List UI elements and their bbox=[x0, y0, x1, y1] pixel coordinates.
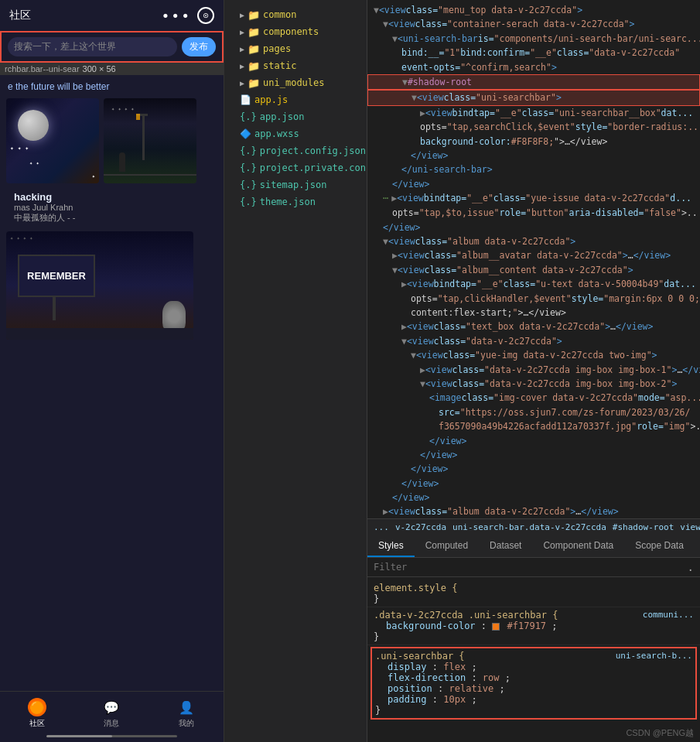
css-close-3: } bbox=[375, 705, 692, 716]
expand-arrow-18[interactable]: ▼ bbox=[392, 263, 398, 277]
expand-arrow-23[interactable]: ▼ bbox=[401, 334, 407, 348]
expand-arrow-7[interactable]: ▶ bbox=[420, 106, 425, 120]
article-title: hacking bbox=[14, 191, 210, 203]
css-value-position: relative bbox=[449, 683, 493, 694]
camera-icon[interactable] bbox=[197, 7, 214, 24]
html-line-28: src="https://oss.sjun7.com/zs-forum/2023… bbox=[367, 405, 700, 419]
html-line-19[interactable]: ▶ <view bindtap="__e" class="u-text data… bbox=[367, 277, 700, 291]
html-line-25[interactable]: ▶ <view class="data-v-2c27ccda img-box i… bbox=[367, 363, 700, 377]
night-scene-image: ✦ ✦ ✦ ✦ bbox=[104, 98, 196, 183]
css-selector-text-1: element.style { bbox=[374, 583, 457, 593]
html-line-26[interactable]: ▼ <view class="data-v-2c27ccda img-box i… bbox=[367, 377, 700, 391]
file-app-js[interactable]: 📄 app.js bbox=[224, 91, 367, 108]
html-line-15: </view> bbox=[367, 221, 700, 234]
breadcrumb-v2c27ccda[interactable]: v-2c27ccda bbox=[395, 522, 446, 532]
css-brace-3: } bbox=[375, 705, 381, 716]
wxss-icon: 🔷 bbox=[240, 128, 251, 139]
expand-arrow-19[interactable]: ▶ bbox=[401, 277, 407, 291]
filter-input[interactable] bbox=[374, 562, 688, 573]
file-app-wxss[interactable]: 🔷 app.wxss bbox=[224, 125, 367, 142]
astronaut-figure bbox=[162, 301, 186, 332]
file-label-theme: theme.json bbox=[260, 197, 316, 207]
expand-arrow-shadow[interactable]: ▼ bbox=[402, 75, 408, 89]
html-line-3[interactable]: ▼ <uni-search-bar is="components/uni-sea… bbox=[367, 32, 700, 46]
file-project-config[interactable]: {.} project.config.json bbox=[224, 142, 367, 159]
html-line-shadow-root[interactable]: ▼ #shadow-root bbox=[367, 74, 700, 90]
dots-expand-btn[interactable]: ⋯ bbox=[383, 191, 388, 206]
file-sitemap[interactable]: {.} sitemap.json bbox=[224, 176, 367, 193]
tab-computed[interactable]: Computed bbox=[415, 535, 479, 557]
expand-arrow-16[interactable]: ▼ bbox=[383, 234, 388, 248]
breadcrumb-shadowroot[interactable]: #shadow-root bbox=[613, 522, 674, 532]
file-app-json[interactable]: {.} app.json bbox=[224, 108, 367, 125]
html-line-24[interactable]: ▼ <view class="yue-img data-v-2c27ccda t… bbox=[367, 348, 700, 362]
css-rule-header-uni: .uni-searchbar { uni-search-b... bbox=[375, 651, 692, 662]
css-source-1[interactable]: communi... bbox=[643, 610, 694, 620]
folder-pages[interactable]: ▶ 📁 pages bbox=[224, 40, 367, 57]
devtools-panel: ▼ <view class="menu_top data-v-2c27ccda"… bbox=[367, 0, 700, 742]
html-line-31: </view> bbox=[367, 448, 700, 462]
color-swatch-1[interactable] bbox=[492, 623, 500, 631]
html-line-1[interactable]: ▼ <view class="menu_top data-v-2c27ccda"… bbox=[367, 3, 700, 17]
search-container: 搜索一下，差上这个世界 发布 bbox=[0, 31, 224, 63]
css-prop-name-position: position bbox=[388, 683, 432, 694]
tab-profile[interactable]: 👤 我的 bbox=[177, 698, 196, 729]
html-line-uni-searchbar[interactable]: ▼ <view class="uni-searchbar"> bbox=[367, 90, 700, 105]
html-line-17[interactable]: ▶ <view class="album__avatar data-v-2c27… bbox=[367, 248, 700, 262]
expand-arrow-1[interactable]: ▼ bbox=[374, 3, 379, 17]
html-line-34: </view> bbox=[367, 491, 700, 504]
html-line-22[interactable]: ▶ <view class="text_box data-v-2c27ccda"… bbox=[367, 320, 700, 333]
folder-uni-modules[interactable]: ▶ 📁 uni_modules bbox=[224, 74, 367, 91]
expand-arrow-3[interactable]: ▼ bbox=[392, 32, 398, 46]
expand-arrow-uni-searchbar[interactable]: ▼ bbox=[411, 91, 417, 104]
tab-scope-data[interactable]: Scope Data bbox=[624, 535, 695, 557]
tab-community[interactable]: 🟠 社区 bbox=[28, 698, 46, 729]
json-icon-4: {.} bbox=[240, 180, 257, 190]
breadcrumb-dots[interactable]: ... bbox=[374, 522, 389, 532]
tab-component-data[interactable]: Component Data bbox=[532, 535, 624, 557]
css-prop-name-flex-dir: flex-direction bbox=[388, 672, 466, 683]
more-icon[interactable]: ••• bbox=[161, 8, 191, 24]
html-line-7[interactable]: ▶ <view bindtap="__e" class="uni-searchb… bbox=[367, 106, 700, 120]
html-line-27: <image class="img-cover data-v-2c27ccda"… bbox=[367, 391, 700, 405]
breadcrumb-unisearchbar[interactable]: uni-search-bar.data-v-2c27ccda bbox=[452, 522, 606, 532]
css-value-display: flex bbox=[443, 662, 466, 672]
breadcrumb-viewunise[interactable]: view.uni-se... bbox=[680, 522, 700, 532]
publish-button[interactable]: 发布 bbox=[182, 37, 216, 56]
folder-arrow-common: ▶ bbox=[240, 11, 244, 19]
folder-static[interactable]: ▶ 📁 static bbox=[224, 57, 367, 74]
css-semi-position: ; bbox=[500, 683, 505, 694]
html-line-18[interactable]: ▼ <view class="album__content data-v-2c2… bbox=[367, 263, 700, 277]
folder-icon-static: 📁 bbox=[248, 60, 260, 72]
folder-components[interactable]: ▶ 📁 components bbox=[224, 23, 367, 40]
html-line-2[interactable]: ▼ <view class="container-serach data-v-2… bbox=[367, 17, 700, 31]
image-grid: ✦ ✦ ✦ ✦ ✦ ✦ ✦ ✦ ✦ ✦ hacking mas Juul Kr bbox=[0, 95, 224, 343]
expand-arrow-35[interactable]: ▶ bbox=[383, 504, 388, 518]
file-theme[interactable]: {.} theme.json bbox=[224, 193, 367, 210]
left-panel: 社区 ••• 搜索一下，差上这个世界 发布 rchbar.bar--uni-se… bbox=[0, 0, 224, 742]
dot-button[interactable]: . bbox=[688, 561, 694, 573]
expand-arrow-24[interactable]: ▼ bbox=[411, 348, 416, 362]
expand-arrow-25[interactable]: ▶ bbox=[420, 363, 425, 377]
tab-messages[interactable]: 💬 消息 bbox=[102, 698, 121, 729]
article-author: mas Juul Krahn bbox=[14, 203, 210, 212]
expand-arrow-17[interactable]: ▶ bbox=[392, 248, 398, 262]
css-prop-name-1: background-color bbox=[386, 621, 476, 631]
css-source-2[interactable]: uni-search-b... bbox=[616, 651, 692, 661]
folder-common[interactable]: ▶ 📁 common bbox=[224, 6, 367, 23]
html-line-23[interactable]: ▼ <view class="data-v-2c27ccda"> bbox=[367, 334, 700, 348]
html-line-35[interactable]: ▶ <view class="album data-v-2c27ccda">…<… bbox=[367, 504, 700, 518]
html-line-16[interactable]: ▼ <view class="album data-v-2c27ccda"> bbox=[367, 234, 700, 248]
tab-dataset[interactable]: Dataset bbox=[479, 535, 532, 557]
folder-label-static: static bbox=[263, 60, 296, 71]
expand-arrow-13[interactable]: ▶ bbox=[391, 191, 397, 205]
file-project-private[interactable]: {.} project.private.config.js... bbox=[224, 159, 367, 176]
profile-icon: 👤 bbox=[177, 698, 196, 716]
expand-arrow-2[interactable]: ▼ bbox=[383, 17, 388, 31]
expand-arrow-22[interactable]: ▶ bbox=[401, 320, 407, 333]
html-line-13[interactable]: ⋯▶ <view bindtap="__e" class="yue-issue … bbox=[367, 191, 700, 206]
tab-styles[interactable]: Styles bbox=[367, 535, 415, 557]
expand-arrow-26[interactable]: ▼ bbox=[420, 377, 425, 391]
css-semi-1: ; bbox=[551, 621, 557, 631]
file-label-project-config: project.config.json bbox=[260, 145, 366, 156]
